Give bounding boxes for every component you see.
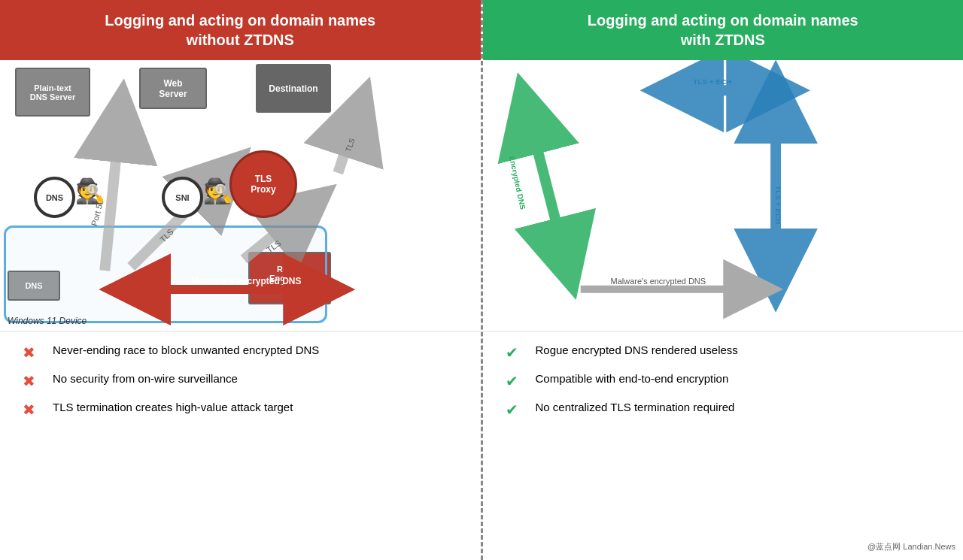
- bullet-right-1-text: Rogue encrypted DNS rendered useless: [536, 344, 738, 356]
- check-icon-2: ✔: [506, 372, 527, 390]
- x-icon-3: ✖: [23, 401, 44, 419]
- right-diagram: ZTDNSServer WebServer Destination ZTDNS …: [483, 60, 964, 331]
- device-box-left: [4, 226, 327, 323]
- dns-server-box: Plain-textDNS Server: [15, 68, 90, 117]
- panel-left: Logging and acting on domain names witho…: [0, 0, 483, 560]
- svg-line-19: [527, 113, 565, 259]
- bullet-right-3: ✔ No centralized TLS termination require…: [506, 401, 941, 419]
- watermark: @蓝点网 Landian.News: [867, 541, 955, 552]
- bullet-left-3: ✖ TLS termination creates high-value att…: [23, 401, 458, 419]
- x-icon-1: ✖: [23, 344, 44, 362]
- left-header: Logging and acting on domain names witho…: [0, 0, 481, 60]
- left-bullets: ✖ Never-ending race to block unwanted en…: [0, 331, 481, 441]
- bullet-right-3-text: No centralized TLS termination required: [536, 401, 735, 413]
- sni-magnify: SNI: [162, 177, 203, 218]
- device-label-left: Windows 11 Device: [8, 316, 87, 326]
- svg-text:TLS + ECH: TLS + ECH: [774, 186, 782, 224]
- destination-left-box: Destination: [256, 64, 331, 113]
- right-bullets: ✔ Rogue encrypted DNS rendered useless ✔…: [483, 331, 964, 441]
- bullet-left-1-text: Never-ending race to block unwanted encr…: [53, 344, 319, 356]
- svg-text:TLS + ECH: TLS + ECH: [693, 77, 731, 86]
- left-diagram: Plain-textDNS Server WebServer Destinati…: [0, 60, 481, 331]
- right-header: Logging and acting on domain names with …: [483, 0, 964, 60]
- svg-line-10: [338, 117, 357, 173]
- bullet-right-1: ✔ Rogue encrypted DNS rendered useless: [506, 344, 941, 362]
- svg-text:Malware's encrypted DNS: Malware's encrypted DNS: [610, 277, 705, 286]
- check-icon-1: ✔: [506, 344, 527, 362]
- x-icon-2: ✖: [23, 372, 44, 390]
- bullet-left-2-text: No security from on-wire surveillance: [53, 372, 238, 385]
- web-server-left-box: WebServer: [139, 68, 207, 109]
- tls-proxy: TLSProxy: [229, 150, 297, 218]
- svg-text:Encrypted DNS: Encrypted DNS: [507, 155, 527, 210]
- bullet-right-2: ✔ Compatible with end-to-end encryption: [506, 372, 941, 390]
- right-arrows-svg: Encrypted DNS TLS + ECH TLS + ECH Malwar…: [483, 60, 964, 331]
- bullet-left-1: ✖ Never-ending race to block unwanted en…: [23, 344, 458, 362]
- check-icon-3: ✔: [506, 401, 527, 419]
- bullet-right-2-text: Compatible with end-to-end encryption: [536, 372, 729, 385]
- svg-text:TLS: TLS: [344, 137, 357, 153]
- spy-icon-right-left: 🕵️: [203, 177, 233, 205]
- dns-magnify: DNS: [34, 177, 75, 218]
- spy-icon-left: 🕵️: [75, 177, 105, 205]
- panel-right: Logging and acting on domain names with …: [483, 0, 964, 560]
- bullet-left-3-text: TLS termination creates high-value attac…: [53, 401, 293, 413]
- bullet-left-2: ✖ No security from on-wire surveillance: [23, 372, 458, 390]
